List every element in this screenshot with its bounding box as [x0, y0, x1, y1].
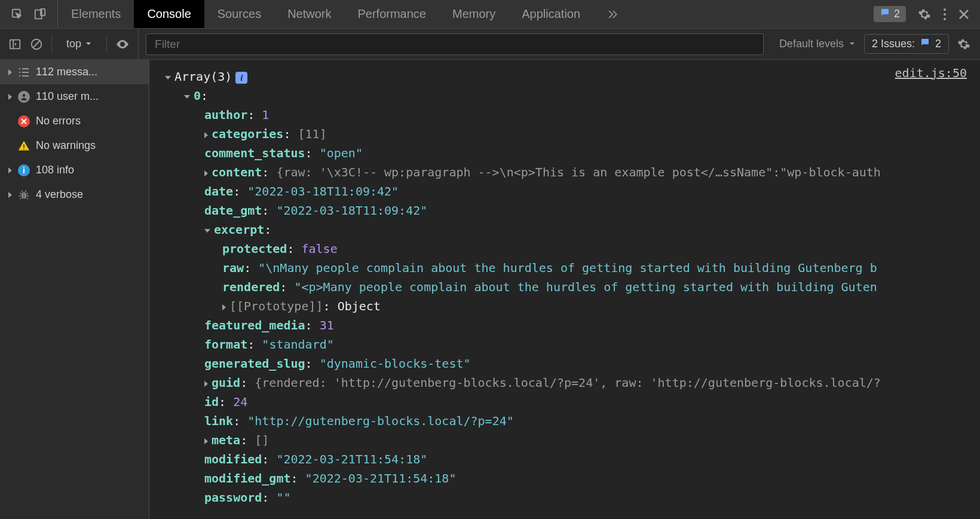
log-row[interactable]: author: 1: [160, 105, 980, 124]
log-row[interactable]: modified: "2022-03-21T11:54:18": [160, 450, 980, 469]
info-badge-icon[interactable]: i: [235, 72, 247, 84]
user-icon: [18, 91, 30, 103]
log-row[interactable]: categories: [11]: [160, 124, 980, 144]
console-output[interactable]: edit.js:50 Array(3)i 0: author: 1 catego…: [149, 60, 980, 519]
sidebar-toggle-icon[interactable]: [8, 38, 22, 51]
log-row[interactable]: id: 24: [160, 392, 980, 411]
expand-icon: [8, 94, 12, 100]
close-icon[interactable]: [958, 9, 969, 20]
bug-icon: [18, 189, 30, 201]
console-settings-icon[interactable]: [957, 38, 980, 51]
badge-count: 2: [894, 8, 900, 20]
log-row[interactable]: date_gmt: "2022-03-18T11:09:42": [160, 201, 980, 220]
warning-icon: [18, 140, 30, 152]
expand-icon: [8, 69, 12, 75]
svg-point-16: [23, 94, 26, 97]
sidebar-item-verbose[interactable]: 4 verbose: [0, 182, 149, 207]
log-row[interactable]: content: {raw: '\x3C!-- wp:paragraph -->…: [160, 163, 980, 182]
log-row[interactable]: password: "": [160, 488, 980, 507]
gear-icon[interactable]: [918, 8, 931, 21]
tab-memory[interactable]: Memory: [439, 0, 509, 28]
top-right-controls: 2: [874, 6, 980, 22]
tab-performance[interactable]: Performance: [345, 0, 440, 28]
expand-icon[interactable]: [204, 170, 208, 176]
log-row[interactable]: protected: false: [160, 239, 980, 258]
source-link[interactable]: edit.js:50: [895, 63, 967, 83]
levels-label: Default levels: [779, 38, 844, 50]
context-label: top: [66, 38, 81, 50]
log-row[interactable]: format: "standard": [160, 335, 980, 354]
sidebar-item-messages[interactable]: 112 messa...: [0, 60, 149, 84]
tab-sources[interactable]: Sources: [204, 0, 274, 28]
log-levels-dropdown[interactable]: Default levels: [771, 38, 864, 50]
sidebar-item-label: 112 messa...: [36, 66, 97, 78]
log-row[interactable]: [[Prototype]]: Object: [160, 297, 980, 316]
tab-elements[interactable]: Elements: [58, 0, 134, 28]
info-icon: i: [18, 164, 30, 176]
console-sidebar: 112 messa... 110 user m... No errors No …: [0, 60, 149, 519]
collapse-icon[interactable]: [165, 76, 171, 80]
sidebar-item-info[interactable]: i 108 info: [0, 158, 149, 182]
sidebar-item-label: 108 info: [36, 164, 74, 176]
sidebar-item-label: No warnings: [36, 139, 96, 152]
tab-console[interactable]: Console: [134, 0, 204, 28]
log-row[interactable]: link: "http://gutenberg-blocks.local/?p=…: [160, 411, 980, 431]
chat-icon: [920, 37, 930, 51]
expand-icon[interactable]: [204, 438, 208, 444]
inspect-element-icon[interactable]: [11, 8, 24, 21]
more-vertical-icon[interactable]: [943, 8, 947, 21]
log-row[interactable]: featured_media: 31: [160, 316, 980, 335]
log-row[interactable]: comment_status: "open": [160, 144, 980, 163]
chat-icon: [880, 7, 890, 21]
issues-count: 2: [935, 38, 941, 50]
collapse-icon[interactable]: [204, 229, 210, 233]
context-selector[interactable]: top: [60, 38, 98, 50]
log-row[interactable]: guid: {rendered: 'http://gutenberg-block…: [160, 373, 980, 392]
svg-point-5: [944, 18, 946, 20]
expand-icon[interactable]: [222, 304, 226, 310]
log-row[interactable]: generated_slug: "dynamic-blocks-test": [160, 354, 980, 373]
log-row[interactable]: Array(3)i: [160, 67, 980, 86]
log-row[interactable]: meta: []: [160, 431, 980, 450]
array-header: Array(3): [174, 69, 232, 84]
log-row[interactable]: raw: "\nMany people complain about the h…: [160, 258, 980, 277]
expand-icon[interactable]: [204, 381, 208, 387]
sidebar-item-errors[interactable]: No errors: [0, 109, 149, 133]
device-toggle-icon[interactable]: [33, 8, 47, 21]
log-row[interactable]: modified_gmt: "2022-03-21T11:54:18": [160, 469, 980, 488]
console-filter-bar: top Default levels 2 Issues: 2: [0, 29, 980, 60]
top-left-icons: [0, 0, 58, 28]
error-icon: [18, 115, 30, 127]
filter-input[interactable]: [146, 33, 764, 55]
spacer: [8, 118, 12, 124]
tab-application[interactable]: Application: [509, 0, 593, 28]
expand-icon: [8, 167, 12, 173]
messages-badge[interactable]: 2: [874, 6, 906, 22]
sidebar-item-label: 4 verbose: [36, 188, 83, 201]
svg-point-4: [944, 13, 946, 16]
issues-button[interactable]: 2 Issues: 2: [864, 34, 949, 54]
chevron-down-icon: [849, 38, 856, 50]
sidebar-item-user-messages[interactable]: 110 user m...: [0, 84, 149, 109]
tab-network[interactable]: Network: [274, 0, 344, 28]
log-row[interactable]: 0:: [160, 86, 980, 105]
live-expression-icon[interactable]: [115, 37, 130, 51]
filter-left-controls: top: [0, 29, 139, 59]
list-icon: [18, 66, 30, 78]
expand-icon: [8, 192, 12, 198]
collapse-icon[interactable]: [184, 95, 190, 99]
svg-point-3: [944, 8, 946, 11]
clear-console-icon[interactable]: [30, 38, 43, 51]
console-main: 112 messa... 110 user m... No errors No …: [0, 60, 980, 519]
log-row[interactable]: excerpt:: [160, 220, 980, 239]
svg-line-9: [33, 41, 40, 47]
tab-more[interactable]: [593, 0, 632, 28]
sidebar-item-warnings[interactable]: No warnings: [0, 133, 149, 158]
log-row[interactable]: rendered: "<p>Many people complain about…: [160, 277, 980, 297]
issues-label: 2 Issues:: [872, 38, 915, 50]
chevron-down-icon: [85, 38, 92, 50]
log-row[interactable]: date: "2022-03-18T11:09:42": [160, 182, 980, 201]
sidebar-item-label: 110 user m...: [36, 90, 99, 103]
divider: [106, 35, 107, 53]
expand-icon[interactable]: [204, 132, 208, 138]
